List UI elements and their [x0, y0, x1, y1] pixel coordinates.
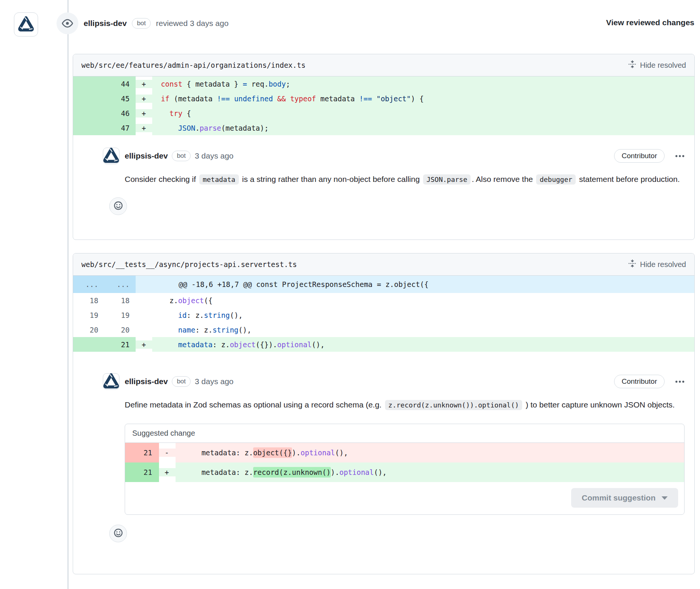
commit-suggestion-label: Commit suggestion	[582, 493, 656, 502]
file-path-link[interactable]: web/src/ee/features/admin-api/organizati…	[81, 61, 306, 69]
code-cell: try {	[152, 106, 694, 121]
ellipsis-logo-icon	[18, 15, 34, 34]
comment-author-avatar[interactable]	[103, 373, 119, 390]
diff-line-row: 45+ if (metadata !== undefined && typeof…	[73, 91, 694, 106]
review-thread-card: web/src/ee/features/admin-api/organizati…	[73, 54, 695, 240]
suggested-change-block: Suggested change 21- metadata: z.object(…	[125, 424, 685, 515]
new-line-number: 21	[104, 337, 136, 352]
new-line-number: 44	[104, 76, 136, 91]
code-cell: z.object({	[152, 293, 694, 308]
comment-timestamp[interactable]: 3 days ago	[195, 151, 234, 160]
comment-timestamp[interactable]: 3 days ago	[195, 377, 234, 386]
file-path-link[interactable]: web/src/__tests__/async/projects-api.ser…	[81, 260, 297, 269]
inline-code-chip: metadata	[199, 174, 239, 185]
file-header: web/src/ee/features/admin-api/organizati…	[73, 54, 694, 76]
line-number: 21	[125, 443, 159, 462]
smiley-icon	[113, 528, 123, 539]
diff-sign: +	[136, 95, 152, 103]
diff-sign: +	[159, 468, 176, 476]
code-cell: if (metadata !== undefined && typeof met…	[152, 91, 694, 106]
reviewer-avatar[interactable]	[14, 12, 38, 37]
comment-author-name[interactable]: ellipsis-dev	[125, 377, 168, 386]
diff-sign: +	[136, 340, 152, 349]
diff-sign: -	[159, 449, 176, 457]
new-line-number: ...	[104, 276, 136, 293]
old-line-number: ...	[73, 276, 104, 293]
review-thread-card: web/src/__tests__/async/projects-api.ser…	[73, 253, 695, 574]
review-comment: ellipsis-dev bot 3 days ago Contributor …	[73, 352, 694, 542]
old-line-number	[73, 76, 104, 91]
code-cell: const { metadata } = req.body;	[152, 76, 694, 91]
bot-badge: bot	[132, 18, 151, 29]
add-reaction-button[interactable]	[109, 525, 127, 542]
diff-snippet: ......@@ -18,6 +18,7 @@ const ProjectRes…	[73, 276, 694, 352]
line-number: 21	[125, 462, 159, 482]
inline-code-chip: z.record(z.unknown()).optional()	[385, 400, 523, 410]
suggestion-added-line: 21+ metadata: z.record(z.unknown()).opti…	[125, 462, 684, 482]
review-event-header: ellipsis-dev bot reviewed 3 days ago	[57, 12, 229, 34]
comment-author-name[interactable]: ellipsis-dev	[125, 151, 168, 160]
diff-line-row: 1919 id: z.string(),	[73, 308, 694, 322]
diff-snippet: 44+ const { metadata } = req.body;45+ if…	[73, 76, 694, 135]
old-line-number: 18	[73, 293, 104, 308]
suggested-change-title: Suggested change	[125, 424, 684, 443]
diff-line-row: 21+ metadata: z.object({}).optional(),	[73, 337, 694, 352]
file-header: web/src/__tests__/async/projects-api.ser…	[73, 253, 694, 276]
ellipsis-logo-icon	[103, 372, 119, 391]
ellipsis-logo-icon	[103, 147, 119, 165]
new-line-number: 45	[104, 91, 136, 106]
code-cell: name: z.string(),	[152, 322, 694, 337]
code-cell: metadata: z.record(z.unknown()).optional…	[176, 462, 684, 482]
diff-line-row: 44+ const { metadata } = req.body;	[73, 76, 694, 91]
code-cell: @@ -18,6 +18,7 @@ const ProjectResponseS…	[136, 276, 694, 293]
code-cell: metadata: z.object({}).optional(),	[176, 443, 684, 462]
bot-badge: bot	[172, 151, 191, 161]
old-line-number	[73, 106, 104, 121]
pr-review-timeline: ellipsis-dev bot reviewed 3 days ago Vie…	[0, 0, 700, 589]
comment-options-kebab-icon[interactable]	[675, 151, 685, 161]
hide-resolved-label: Hide resolved	[640, 61, 686, 70]
code-cell: metadata: z.object({}).optional(),	[152, 337, 694, 352]
hide-resolved-button[interactable]: Hide resolved	[628, 60, 686, 70]
fold-icon	[628, 60, 636, 70]
timeline-line	[67, 0, 69, 589]
inline-code-chip: JSON.parse	[423, 174, 471, 185]
contributor-badge: Contributor	[614, 149, 665, 163]
diff-line-row: 47+ JSON.parse(metadata);	[73, 121, 694, 135]
chevron-down-icon	[662, 496, 668, 500]
new-line-number: 47	[104, 121, 136, 135]
new-line-number: 20	[104, 322, 136, 337]
commit-suggestion-button[interactable]: Commit suggestion	[571, 488, 678, 508]
hide-resolved-label: Hide resolved	[640, 260, 686, 269]
contributor-badge: Contributor	[614, 375, 665, 388]
hide-resolved-button[interactable]: Hide resolved	[628, 259, 686, 269]
code-cell: JSON.parse(metadata);	[152, 121, 694, 135]
inline-code-chip: debugger	[536, 174, 576, 185]
fold-icon	[628, 259, 636, 269]
old-line-number	[73, 337, 104, 352]
diff-line-row: 46+ try {	[73, 106, 694, 121]
diff-hunk-row: ......@@ -18,6 +18,7 @@ const ProjectRes…	[73, 276, 694, 293]
review-comment: ellipsis-dev bot 3 days ago Contributor …	[73, 135, 694, 215]
old-line-number: 19	[73, 308, 104, 322]
old-line-number	[73, 91, 104, 106]
add-reaction-button[interactable]	[109, 197, 127, 215]
comment-body: Define metadata in Zod schemas as option…	[125, 397, 685, 413]
view-reviewed-changes-link[interactable]: View reviewed changes	[606, 18, 694, 27]
bot-badge: bot	[172, 376, 191, 387]
old-line-number	[73, 121, 104, 135]
comment-options-kebab-icon[interactable]	[675, 377, 685, 386]
reviewer-name[interactable]: ellipsis-dev	[84, 19, 127, 28]
code-cell: id: z.string(),	[152, 308, 694, 322]
diff-line-row: 1818 z.object({	[73, 293, 694, 308]
comment-body: Consider checking if metadata is a strin…	[125, 171, 685, 188]
eye-icon	[57, 12, 78, 34]
suggestion-deleted-line: 21- metadata: z.object({}).optional(),	[125, 443, 684, 462]
diff-sign: +	[136, 109, 152, 117]
new-line-number: 18	[104, 293, 136, 308]
new-line-number: 46	[104, 106, 136, 121]
diff-sign: +	[136, 124, 152, 132]
comment-author-avatar[interactable]	[103, 148, 119, 164]
smiley-icon	[113, 201, 123, 212]
diff-line-row: 2020 name: z.string(),	[73, 322, 694, 337]
